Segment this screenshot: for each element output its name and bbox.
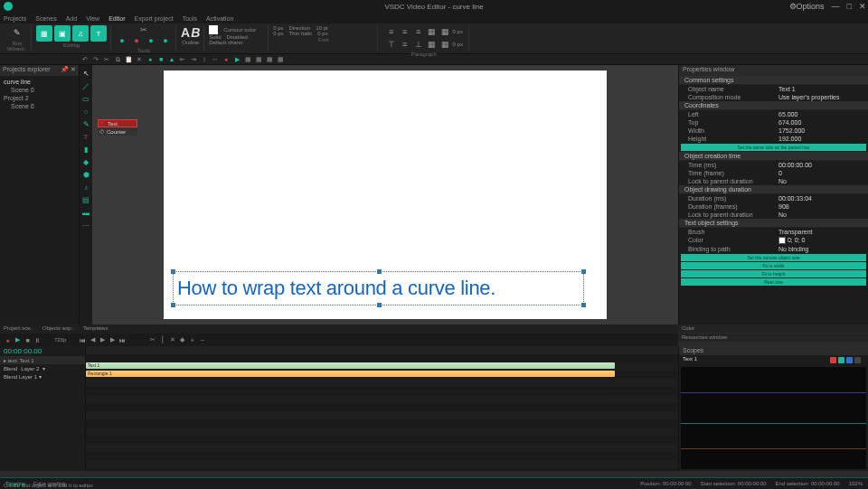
tl-start-icon[interactable]: ⏮: [79, 336, 87, 344]
tl-next-icon[interactable]: ▶: [108, 336, 117, 344]
prop-binding-value[interactable]: No binding: [778, 246, 808, 252]
section-drawing[interactable]: Object drawing duration: [679, 185, 868, 194]
leading-field[interactable]: 0 px: [317, 31, 327, 36]
tb-align2-icon[interactable]: ⇥: [190, 56, 197, 63]
tl-res-dropdown[interactable]: 720p: [54, 337, 66, 343]
tb-grid4-icon[interactable]: ▦: [277, 56, 284, 63]
tl-play-icon[interactable]: ▶: [14, 336, 22, 344]
tl-del-icon[interactable]: ✕: [168, 336, 176, 344]
tb-undo-icon[interactable]: ↶: [81, 56, 89, 63]
tl-zoom-out-icon[interactable]: −: [198, 336, 206, 344]
color-panel-header[interactable]: Color: [678, 324, 868, 333]
audio-effects-button[interactable]: ♫: [72, 25, 89, 42]
tl-zoom-in-icon[interactable]: +: [188, 336, 196, 344]
prop-color-value[interactable]: 0; 0; 0: [778, 237, 805, 244]
menu-scenes[interactable]: Scenes: [35, 15, 56, 22]
tool-dot2-icon[interactable]: ●: [130, 34, 143, 47]
tb-redo-icon[interactable]: ↷: [92, 56, 99, 63]
tl-split-icon[interactable]: ⎮: [158, 336, 166, 344]
menu-view[interactable]: View: [86, 15, 99, 22]
tl-cut-icon[interactable]: ✂: [148, 336, 156, 344]
sprite-tool-icon[interactable]: ⬢: [81, 170, 90, 179]
popup-counter-option[interactable]: ⏱Counter: [98, 127, 137, 136]
scope-r-button[interactable]: [830, 357, 836, 363]
options-button[interactable]: ⚙Options: [789, 2, 825, 11]
canvas-size-button[interactable]: Set the canvas object size: [681, 254, 866, 261]
tl-stop-icon[interactable]: ■: [24, 336, 32, 344]
tb-cut-icon[interactable]: ✂: [103, 56, 110, 63]
grid3-icon[interactable]: ▦: [426, 38, 439, 51]
tb-align3-icon[interactable]: ↕: [201, 56, 208, 63]
weight-dropdown[interactable]: Thin Italic: [289, 31, 313, 36]
cut-icon[interactable]: ✂: [137, 25, 150, 34]
align-grid2-icon[interactable]: ▦: [439, 25, 452, 38]
resize-handle-nw[interactable]: [171, 269, 175, 274]
tool-dot1-icon[interactable]: ●: [116, 34, 128, 47]
text-tool-icon[interactable]: T: [81, 132, 90, 141]
resize-handle-n[interactable]: [377, 269, 382, 274]
menu-tools[interactable]: Tools: [183, 15, 197, 22]
prop-dur-ms-value[interactable]: 00:00:33:04: [778, 195, 812, 202]
more-tool-icon[interactable]: ⋯: [81, 221, 90, 230]
color-swatch-icon[interactable]: [778, 237, 786, 244]
prop-lock2-value[interactable]: No: [778, 212, 787, 218]
default-channel-dropdown[interactable]: Default chann: [209, 40, 242, 45]
tb-grid1-icon[interactable]: ▦: [244, 56, 251, 63]
para-field2[interactable]: 0 px: [453, 42, 463, 47]
tool-dot3-icon[interactable]: ●: [145, 34, 157, 47]
scope-g-button[interactable]: [838, 357, 844, 363]
para-field1[interactable]: 0 px: [453, 29, 463, 34]
resources-panel-header[interactable]: Resources window: [678, 334, 868, 342]
layer-row[interactable]: Blend Layer 1 ▾: [0, 372, 85, 381]
menu-projects[interactable]: Projects: [4, 15, 26, 22]
same-size-button[interactable]: Set the same size as the parent has: [681, 144, 866, 151]
fit-height-button[interactable]: Fit to height: [681, 270, 866, 277]
scope-b-button[interactable]: [846, 357, 853, 363]
prop-height-value[interactable]: 192.000: [778, 136, 801, 142]
wizard-icon[interactable]: ✎: [9, 25, 25, 40]
contour-color-swatch[interactable]: [209, 25, 218, 34]
line-tool-icon[interactable]: ／: [81, 81, 90, 90]
timeline-tracks[interactable]: Text 1 Rectangle 1: [86, 346, 678, 471]
prop-time-ms-value[interactable]: 00:00:00.00: [778, 162, 812, 168]
tool-dot4-icon[interactable]: ●: [159, 34, 172, 47]
tl-rec-icon[interactable]: ●: [4, 336, 12, 344]
resize-handle-sw[interactable]: [171, 303, 175, 307]
align-right-icon[interactable]: ≡: [412, 25, 425, 38]
align-left-icon[interactable]: ≡: [385, 25, 398, 38]
valign-bot-icon[interactable]: ⊥: [412, 38, 425, 51]
tab-project-scene[interactable]: Project sce..: [4, 325, 33, 333]
prop-lock-value[interactable]: No: [778, 178, 787, 184]
outline-dropdown[interactable]: Outline: [182, 40, 199, 45]
tl-marker-icon[interactable]: ◆: [178, 336, 186, 344]
fit-width-button[interactable]: Fit to width: [681, 262, 866, 269]
grid4-icon[interactable]: ▦: [439, 38, 452, 51]
tb-play-icon[interactable]: ▶: [233, 56, 241, 63]
subtitle-tool-icon[interactable]: ▬: [81, 208, 90, 217]
prop-time-frame-value[interactable]: 0: [778, 170, 782, 176]
prop-top-value[interactable]: 674.000: [778, 119, 801, 126]
ellipse-tool-icon[interactable]: ○: [81, 107, 90, 116]
add-object-button[interactable]: ▦: [36, 25, 52, 42]
prop-dur-frames-value[interactable]: 908: [778, 203, 789, 210]
menu-editor[interactable]: Editor: [108, 15, 125, 22]
font-style-icon[interactable]: AB: [181, 25, 200, 40]
canvas-area[interactable]: TText ⏱Counter How to wrap text around a…: [92, 65, 678, 324]
scopes-selection[interactable]: Text 1: [683, 356, 697, 364]
tl-pause-icon[interactable]: ⏸: [33, 336, 42, 344]
tree-item[interactable]: Project 2: [4, 94, 75, 102]
section-coords[interactable]: Coordinates: [679, 101, 868, 110]
popup-text-option[interactable]: TText: [98, 119, 137, 127]
tb-align4-icon[interactable]: ↔: [212, 56, 219, 63]
chart-tool-icon[interactable]: ▮: [81, 145, 90, 154]
align-grid-icon[interactable]: ▦: [426, 25, 439, 38]
tb-grid2-icon[interactable]: ▦: [255, 56, 262, 63]
tb-shape1-icon[interactable]: ●: [146, 56, 154, 63]
canvas[interactable]: How to wrap text around a curve line.: [164, 71, 607, 319]
audio-tool-icon[interactable]: ♪: [81, 183, 90, 192]
maximize-button[interactable]: □: [847, 2, 852, 11]
prop-comp-mode-value[interactable]: Use layer's properties: [778, 94, 839, 100]
img-tool-icon[interactable]: ▤: [81, 195, 90, 204]
timeline-ruler[interactable]: [86, 346, 678, 354]
pen-tool-icon[interactable]: ✎: [81, 119, 90, 128]
